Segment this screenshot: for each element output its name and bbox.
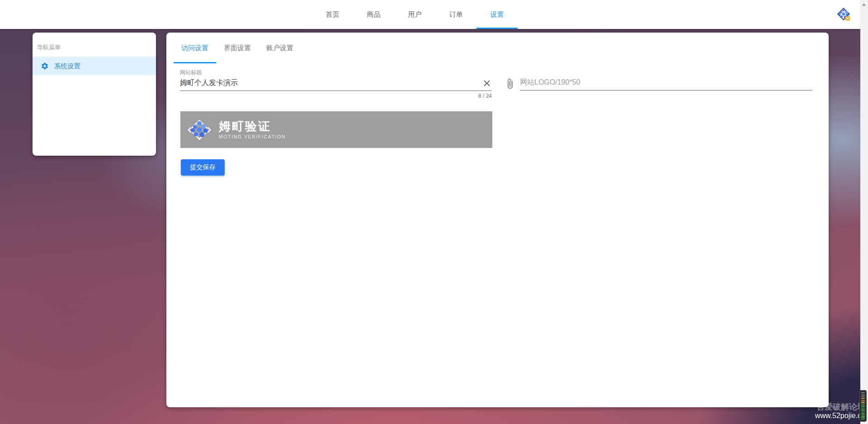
scrollbar-track[interactable]: [860, 0, 868, 424]
watermark: 吾爱破解论坛 www.52pojie.cn: [815, 402, 865, 420]
sidebar-title: 导航菜单: [33, 33, 156, 57]
site-title-field: 网站标题 8 / 24: [180, 69, 492, 99]
logo-preview-subtitle: MOTING VERIFICATION: [219, 134, 286, 139]
logo-preview-title: 姆町验证: [219, 120, 286, 133]
scroll-up-icon[interactable]: [862, 3, 866, 6]
close-icon[interactable]: [482, 78, 492, 88]
gear-icon: [41, 62, 49, 70]
settings-card: 访问设置 界面设置 账户设置 网站标题 8 / 24: [166, 33, 829, 407]
settings-tabs: 访问设置 界面设置 账户设置: [174, 33, 301, 63]
site-logo-field: [505, 76, 812, 91]
char-counter: 8 / 24: [180, 93, 492, 99]
top-header: 首页 商品 用户 订单 设置: [0, 0, 868, 29]
nav-tab-settings[interactable]: 设置: [476, 0, 518, 29]
paperclip-icon[interactable]: [505, 78, 515, 90]
site-logo-input[interactable]: [520, 77, 812, 88]
sidebar-item-label: 系统设置: [54, 62, 80, 71]
watermark-url: www.52pojie.cn: [815, 412, 865, 420]
submit-save-button[interactable]: 提交保存: [181, 159, 225, 176]
nav-tab-home[interactable]: 首页: [312, 0, 353, 29]
nav-tab-orders[interactable]: 订单: [435, 0, 476, 29]
tab-access-settings[interactable]: 访问设置: [174, 33, 216, 63]
diamond-dots-logo-icon: [186, 117, 212, 143]
sidebar-card: 导航菜单 系统设置: [33, 33, 156, 156]
audio-level-meter-widget[interactable]: [859, 390, 867, 422]
nav-tab-users[interactable]: 用户: [394, 0, 435, 29]
sidebar-item-system-settings[interactable]: 系统设置: [33, 57, 156, 75]
site-title-label: 网站标题: [180, 69, 492, 76]
diamond-dots-logo-icon[interactable]: [835, 6, 852, 22]
site-title-input[interactable]: [180, 77, 482, 88]
logo-preview-banner: 姆町验证 MOTING VERIFICATION: [180, 111, 492, 148]
tab-interface-settings[interactable]: 界面设置: [216, 33, 259, 63]
nav-tab-products[interactable]: 商品: [353, 0, 394, 29]
watermark-forum-name: 吾爱破解论坛: [815, 402, 865, 412]
main-nav: 首页 商品 用户 订单 设置: [312, 0, 518, 29]
tab-account-settings[interactable]: 账户设置: [259, 33, 301, 63]
